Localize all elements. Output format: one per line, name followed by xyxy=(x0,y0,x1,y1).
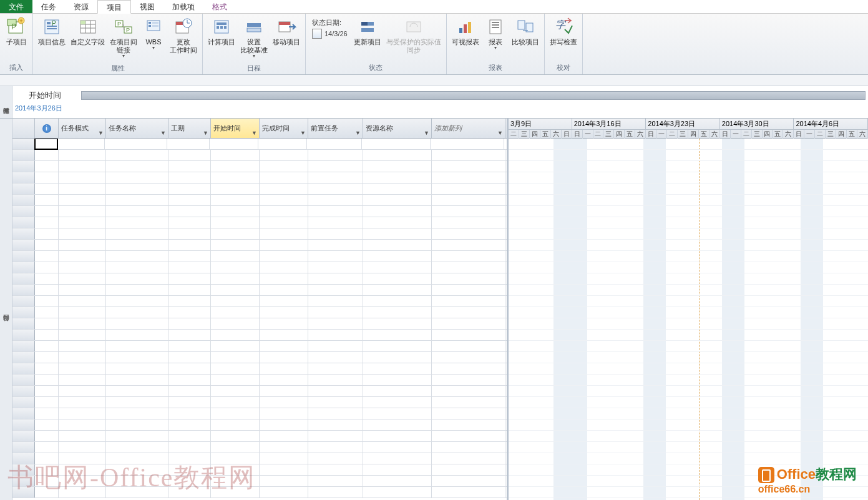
grid-cell[interactable] xyxy=(35,150,59,160)
grid-cell[interactable] xyxy=(12,296,35,306)
grid-cell[interactable] xyxy=(168,419,211,430)
grid-cell[interactable] xyxy=(308,228,363,239)
grid-cell[interactable] xyxy=(260,251,308,262)
grid-cell[interactable] xyxy=(363,285,432,295)
grid-cell[interactable] xyxy=(211,150,260,160)
grid-cell[interactable] xyxy=(12,217,35,228)
grid-cell[interactable] xyxy=(35,228,59,239)
grid-cell[interactable] xyxy=(308,206,363,217)
chevron-down-icon[interactable]: ▼ xyxy=(251,130,257,136)
grid-cell[interactable] xyxy=(363,419,432,430)
grid-cell[interactable] xyxy=(168,408,211,419)
grid-cell[interactable] xyxy=(260,453,308,464)
grid-cell[interactable] xyxy=(106,285,168,295)
grid-cell[interactable] xyxy=(211,184,260,194)
grid-cell[interactable] xyxy=(35,172,59,183)
table-row[interactable] xyxy=(12,172,507,184)
grid-cell[interactable] xyxy=(432,408,505,419)
grid-cell[interactable] xyxy=(168,397,211,408)
timeline-body[interactable]: 开始时间 2014年3月26日 xyxy=(12,86,868,118)
grid-cell[interactable] xyxy=(12,341,35,351)
set-baseline-button[interactable]: 设置 比较基准▾ xyxy=(238,16,270,61)
gantt-day-header[interactable]: 二 xyxy=(667,130,678,139)
grid-cell[interactable] xyxy=(432,476,505,486)
grid-cell[interactable] xyxy=(432,262,505,273)
col-finish[interactable]: 完成时间▼ xyxy=(260,119,308,138)
grid-cell[interactable] xyxy=(363,307,432,318)
grid-cell[interactable] xyxy=(363,161,432,172)
grid-cell[interactable] xyxy=(35,487,59,498)
table-row[interactable] xyxy=(12,139,507,150)
grid-cell[interactable] xyxy=(35,341,59,351)
grid-cell[interactable] xyxy=(308,273,363,284)
grid-cell[interactable] xyxy=(12,408,35,419)
grid-cell[interactable] xyxy=(106,375,168,385)
table-row[interactable] xyxy=(12,431,507,442)
grid-cell[interactable] xyxy=(363,375,432,385)
grid-cell[interactable] xyxy=(260,408,308,419)
grid-cell[interactable] xyxy=(106,172,168,183)
grid-cell[interactable] xyxy=(363,476,432,486)
grid-cell[interactable] xyxy=(260,296,308,306)
table-row[interactable] xyxy=(12,363,507,375)
grid-cell[interactable] xyxy=(106,386,168,396)
grid-cell[interactable] xyxy=(168,172,211,183)
table-row[interactable] xyxy=(12,386,507,397)
grid-cell[interactable] xyxy=(168,307,211,318)
grid-cell[interactable] xyxy=(308,240,363,250)
grid-cell[interactable] xyxy=(59,307,106,318)
grid-cell[interactable] xyxy=(308,408,363,419)
grid-cell[interactable] xyxy=(363,172,432,183)
grid-cell[interactable] xyxy=(431,139,504,149)
grid-cell[interactable] xyxy=(35,273,59,284)
table-row[interactable] xyxy=(12,161,507,172)
grid-cell[interactable] xyxy=(106,217,168,228)
gantt-day-header[interactable]: 日 xyxy=(646,130,656,139)
grid-cell[interactable] xyxy=(260,341,308,351)
grid-cell[interactable] xyxy=(12,228,35,239)
grid-cell[interactable] xyxy=(105,139,167,149)
gantt-day-header[interactable]: 二 xyxy=(509,130,519,139)
grid-cell[interactable] xyxy=(12,453,35,464)
grid-cell[interactable] xyxy=(59,172,106,183)
grid-cell[interactable] xyxy=(308,476,363,486)
tab-project[interactable]: 项目 xyxy=(97,0,131,14)
grid-cell[interactable] xyxy=(260,318,308,329)
grid-cell[interactable] xyxy=(211,228,260,239)
grid-cell[interactable] xyxy=(260,195,308,205)
grid-cell[interactable] xyxy=(35,476,59,486)
grid-cell[interactable] xyxy=(308,453,363,464)
grid-cell[interactable] xyxy=(308,307,363,318)
grid-cell[interactable] xyxy=(308,442,363,453)
gantt-day-header[interactable]: 五 xyxy=(847,130,857,139)
grid-cell[interactable] xyxy=(59,273,106,284)
grid-cell[interactable] xyxy=(59,285,106,295)
grid-cell[interactable] xyxy=(35,296,59,306)
grid-cell[interactable] xyxy=(35,330,59,340)
grid-cell[interactable] xyxy=(432,307,505,318)
col-start[interactable]: 开始时间▼ xyxy=(211,119,260,138)
grid-cell[interactable] xyxy=(432,363,505,374)
grid-cell[interactable] xyxy=(106,330,168,340)
grid-cell[interactable] xyxy=(260,487,308,498)
grid-cell[interactable] xyxy=(308,487,363,498)
grid-cell[interactable] xyxy=(260,273,308,284)
grid-cell[interactable] xyxy=(432,330,505,340)
grid-cell[interactable] xyxy=(432,217,505,228)
table-row[interactable] xyxy=(12,206,507,217)
grid-cell[interactable] xyxy=(12,386,35,396)
grid-cell[interactable] xyxy=(57,139,105,149)
grid-cell[interactable] xyxy=(308,172,363,183)
change-working-time-button[interactable]: 更改 工作时间 xyxy=(167,16,200,56)
timeline-bar[interactable] xyxy=(81,91,866,100)
grid-cell[interactable] xyxy=(106,408,168,419)
grid-cell[interactable] xyxy=(211,318,260,329)
grid-cell[interactable] xyxy=(12,352,35,363)
grid-cell[interactable] xyxy=(308,431,363,441)
grid-cell[interactable] xyxy=(432,228,505,239)
grid-cell[interactable] xyxy=(211,375,260,385)
grid-cell[interactable] xyxy=(168,476,211,486)
grid-cell[interactable] xyxy=(106,318,168,329)
tab-task[interactable]: 任务 xyxy=(32,0,65,13)
grid-cell[interactable] xyxy=(211,408,260,419)
